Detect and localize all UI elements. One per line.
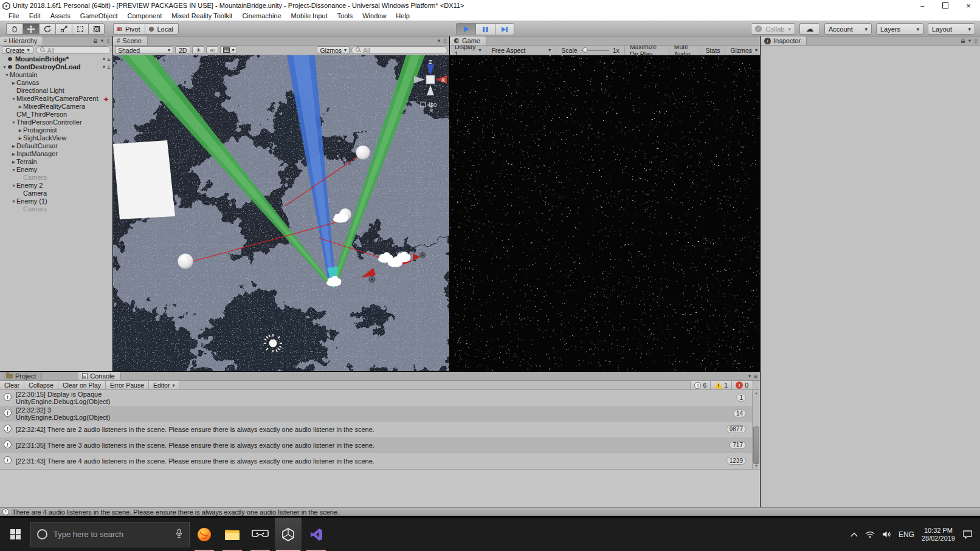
expand-arrow-icon[interactable]: ▼	[11, 182, 16, 190]
hierarchy-item[interactable]: ▼Mountain	[0, 71, 112, 79]
panel-menu-icon[interactable]: ≡	[754, 373, 757, 380]
expand-arrow-icon[interactable]: ▼	[11, 166, 16, 174]
pivot-toggle-button[interactable]: Pivot	[113, 23, 145, 35]
panel-dropdown-icon[interactable]: ▾	[748, 373, 751, 379]
hierarchy-item[interactable]: ▼Enemy 2	[0, 182, 112, 190]
menu-item-edit[interactable]: Edit	[24, 12, 46, 19]
clock[interactable]: 10:32 PM 28/02/2019	[922, 527, 955, 542]
expand-arrow-icon[interactable]: ▼	[4, 71, 10, 79]
taskbar-search-input[interactable]: Type here to search	[30, 522, 190, 547]
maximize-on-play-toggle[interactable]: Maximize On Play	[624, 46, 669, 55]
account-dropdown[interactable]: Account ▾	[824, 23, 872, 35]
hierarchy-item[interactable]: CM_ThirdPerson	[0, 111, 112, 118]
hierarchy-scene-row[interactable]: MountainBridge*▾≡	[0, 55, 112, 63]
info-count-toggle[interactable]: ! 6	[690, 381, 710, 389]
expand-arrow-icon[interactable]: ▼	[2, 63, 7, 71]
scene-audio-toggle[interactable]	[206, 46, 218, 54]
start-button[interactable]	[0, 518, 30, 551]
expand-arrow-icon[interactable]: ▼	[11, 197, 16, 205]
hierarchy-search-input[interactable]: All	[36, 46, 111, 54]
camera-sphere-gizmo[interactable]	[178, 254, 193, 269]
hierarchy-item[interactable]: Directional Light	[0, 87, 112, 95]
console-message-row[interactable]: ![22:31:43] There are 4 audio listeners …	[0, 453, 752, 469]
expand-arrow-icon[interactable]: ▶	[11, 158, 16, 166]
microphone-icon[interactable]	[175, 529, 183, 541]
expand-arrow-icon[interactable]: ▶	[11, 142, 16, 150]
lock-icon[interactable]	[961, 38, 965, 44]
menu-item-tools[interactable]: Tools	[333, 12, 358, 19]
scale-slider-knob[interactable]	[582, 47, 588, 53]
tray-chevron-icon[interactable]	[851, 532, 858, 537]
scene-options-icons[interactable]: ▾≡	[103, 55, 110, 63]
menu-item-mobile-input[interactable]: Mobile Input	[286, 12, 333, 19]
menu-item-cinemachine[interactable]: Cinemachine	[237, 12, 286, 19]
console-button-error-pause[interactable]: Error Pause	[106, 381, 149, 389]
tab-game[interactable]: Game	[450, 36, 486, 45]
expand-arrow-icon[interactable]: ▶	[11, 79, 16, 87]
hierarchy-item[interactable]: ▼Enemy	[0, 166, 112, 174]
close-button[interactable]: ×	[957, 0, 980, 11]
menu-item-mixed-reality-toolkit[interactable]: Mixed Reality Toolkit	[167, 12, 237, 19]
transform-tool-button[interactable]	[88, 23, 105, 35]
draw-mode-dropdown[interactable]: Shaded ▾	[115, 46, 173, 54]
scroll-up-icon[interactable]: ▲	[753, 390, 760, 396]
hierarchy-item[interactable]: ▶SightJackView	[0, 134, 112, 142]
layers-dropdown[interactable]: Layers ▾	[876, 23, 923, 35]
menu-item-assets[interactable]: Assets	[46, 12, 75, 19]
scroll-down-icon[interactable]: ▼	[753, 463, 760, 469]
aspect-dropdown[interactable]: Free Aspect ▾	[486, 46, 556, 55]
taskbar-app-mixed-reality-portal[interactable]	[247, 518, 274, 551]
panel-menu-icon[interactable]: ≡	[974, 38, 977, 44]
2d-toggle-button[interactable]: 2D	[175, 46, 190, 54]
console-scrollbar[interactable]: ▲ ▼	[752, 390, 760, 469]
scene-search-input[interactable]: All	[351, 46, 447, 54]
menu-item-file[interactable]: File	[4, 12, 24, 19]
panel-menu-icon[interactable]: ≡	[443, 38, 446, 44]
expand-arrow-icon[interactable]: ▶	[11, 150, 16, 158]
play-button[interactable]	[456, 23, 475, 35]
hierarchy-item[interactable]: ▼MixedRealityCameraParent	[0, 95, 112, 103]
cloud-services-button[interactable]: ☁	[799, 23, 820, 35]
white-quad-object[interactable]	[113, 140, 175, 219]
console-message-row[interactable]: ![22:32:32] 3UnityEngine.Debug:Log(Objec…	[0, 406, 752, 422]
console-message-row[interactable]: ![22:31:35] There are 3 audio listeners …	[0, 437, 752, 453]
scene-options-icons[interactable]: ▾≡	[103, 63, 110, 71]
expand-arrow-icon[interactable]: ▶	[18, 134, 23, 142]
console-button-collapse[interactable]: Collapse	[24, 381, 58, 389]
taskbar-app-file-explorer[interactable]	[219, 518, 246, 551]
hand-tool-button[interactable]	[6, 23, 22, 35]
menu-item-component[interactable]: Component	[122, 12, 167, 19]
menu-item-window[interactable]: Window	[357, 12, 391, 19]
console-button-clear[interactable]: Clear	[0, 381, 24, 389]
display-dropdown[interactable]: Display 1 ▾	[450, 46, 486, 55]
mute-audio-toggle[interactable]: Mute Audio	[669, 46, 700, 55]
speaker-icon[interactable]	[882, 530, 891, 538]
rotate-tool-button[interactable]	[39, 23, 55, 35]
scale-tool-button[interactable]	[55, 23, 72, 35]
language-indicator[interactable]: ENG	[899, 530, 914, 539]
error-count-toggle[interactable]: ! 0	[731, 381, 752, 389]
menu-item-help[interactable]: Help	[391, 12, 415, 19]
tab-scene[interactable]: # Scene	[113, 36, 148, 45]
scene-gizmos-dropdown[interactable]: Gizmos ▾	[317, 46, 350, 54]
editor-filter-dropdown[interactable]: Editor ▾	[149, 381, 179, 389]
game-viewport[interactable]	[450, 55, 760, 371]
scrollbar-thumb[interactable]	[753, 426, 759, 464]
taskbar-app-visual-studio[interactable]	[303, 518, 330, 551]
layout-dropdown[interactable]: Layout ▾	[928, 23, 975, 35]
pause-button[interactable]	[475, 23, 495, 35]
hierarchy-item[interactable]: Camera	[0, 205, 112, 213]
taskbar-app-unity[interactable]	[275, 518, 302, 551]
status-bar[interactable]: ! There are 4 audio listeners in the sce…	[0, 507, 980, 516]
scene-lighting-toggle[interactable]: ☀	[192, 46, 204, 54]
console-message-row[interactable]: ![22:30:15] Display is OpaqueUnityEngine…	[0, 390, 752, 406]
action-center-icon[interactable]	[962, 530, 973, 539]
rect-tool-button[interactable]	[72, 23, 88, 35]
scene-viewport[interactable]: Z X Iso	[113, 55, 449, 371]
expand-arrow-icon[interactable]: ▶	[18, 126, 23, 134]
warning-count-toggle[interactable]: ! 1	[710, 381, 731, 389]
tab-hierarchy[interactable]: ≡ Hierarchy	[0, 36, 43, 45]
minimize-button[interactable]: –	[911, 0, 934, 11]
tab-project[interactable]: Project	[2, 372, 42, 380]
console-button-clear-on-play[interactable]: Clear on Play	[58, 381, 106, 389]
